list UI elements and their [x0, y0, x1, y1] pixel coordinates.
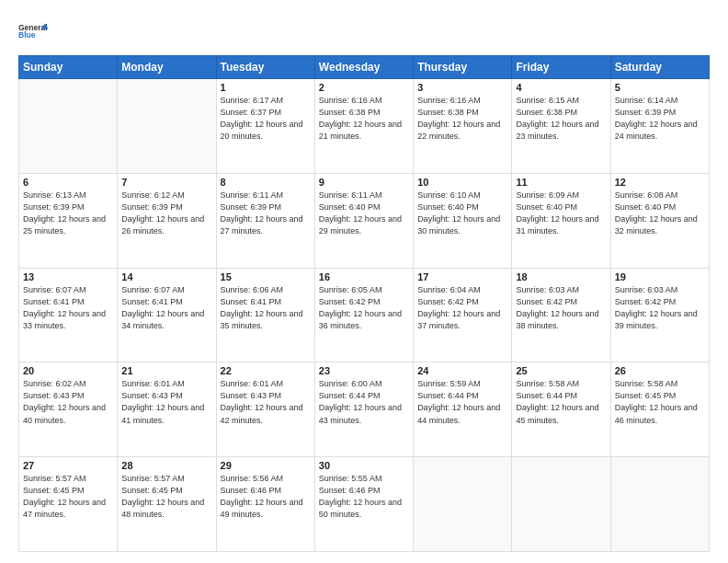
day-info: Sunrise: 6:01 AMSunset: 6:43 PMDaylight:…	[121, 378, 211, 426]
week-row-1: 1Sunrise: 6:17 AMSunset: 6:37 PMDaylight…	[19, 79, 710, 174]
day-info: Sunrise: 6:10 AMSunset: 6:40 PMDaylight:…	[417, 190, 507, 237]
day-info: Sunrise: 6:12 AMSunset: 6:39 PMDaylight:…	[121, 190, 211, 237]
day-info: Sunrise: 5:57 AMSunset: 6:45 PMDaylight:…	[23, 473, 113, 521]
calendar-cell: 11Sunrise: 6:09 AMSunset: 6:40 PMDayligh…	[512, 173, 610, 268]
calendar-cell: 16Sunrise: 6:05 AMSunset: 6:42 PMDayligh…	[314, 268, 413, 362]
day-number: 6	[23, 177, 113, 188]
day-info: Sunrise: 5:58 AMSunset: 6:45 PMDaylight:…	[615, 378, 705, 426]
day-info: Sunrise: 6:01 AMSunset: 6:43 PMDaylight:…	[221, 378, 311, 426]
calendar-cell: 27Sunrise: 5:57 AMSunset: 6:45 PMDayligh…	[19, 457, 118, 552]
calendar-cell: 6Sunrise: 6:13 AMSunset: 6:39 PMDaylight…	[19, 173, 118, 268]
col-header-thursday: Thursday	[414, 56, 512, 79]
calendar-cell: 4Sunrise: 6:15 AMSunset: 6:38 PMDaylight…	[512, 79, 610, 174]
calendar-cell: 23Sunrise: 6:00 AMSunset: 6:44 PMDayligh…	[314, 362, 413, 457]
day-number: 11	[516, 177, 606, 188]
week-row-2: 6Sunrise: 6:13 AMSunset: 6:39 PMDaylight…	[19, 173, 710, 268]
day-info: Sunrise: 5:55 AMSunset: 6:46 PMDaylight:…	[319, 473, 409, 521]
col-header-sunday: Sunday	[19, 56, 118, 79]
calendar-cell: 3Sunrise: 6:16 AMSunset: 6:38 PMDaylight…	[414, 79, 512, 174]
calendar-cell: 28Sunrise: 5:57 AMSunset: 6:45 PMDayligh…	[118, 457, 216, 552]
day-info: Sunrise: 6:06 AMSunset: 6:41 PMDaylight:…	[221, 284, 311, 332]
calendar-cell: 21Sunrise: 6:01 AMSunset: 6:43 PMDayligh…	[118, 362, 216, 457]
day-number: 16	[319, 271, 409, 282]
calendar-cell: 8Sunrise: 6:11 AMSunset: 6:39 PMDaylight…	[216, 173, 314, 268]
day-number: 9	[319, 177, 409, 188]
logo-svg: General Blue	[18, 17, 48, 46]
day-info: Sunrise: 6:13 AMSunset: 6:39 PMDaylight:…	[23, 190, 113, 237]
day-number: 20	[23, 365, 113, 376]
day-info: Sunrise: 6:16 AMSunset: 6:38 PMDaylight:…	[319, 95, 409, 143]
calendar-cell: 22Sunrise: 6:01 AMSunset: 6:43 PMDayligh…	[216, 362, 314, 457]
calendar-cell	[414, 457, 512, 552]
day-number: 29	[221, 460, 311, 471]
calendar-cell: 14Sunrise: 6:07 AMSunset: 6:41 PMDayligh…	[118, 268, 216, 362]
week-row-3: 13Sunrise: 6:07 AMSunset: 6:41 PMDayligh…	[19, 268, 710, 362]
day-number: 8	[221, 177, 311, 188]
calendar-cell: 25Sunrise: 5:58 AMSunset: 6:44 PMDayligh…	[512, 362, 610, 457]
calendar-cell: 18Sunrise: 6:03 AMSunset: 6:42 PMDayligh…	[512, 268, 610, 362]
calendar-cell: 15Sunrise: 6:06 AMSunset: 6:41 PMDayligh…	[216, 268, 314, 362]
calendar-cell: 12Sunrise: 6:08 AMSunset: 6:40 PMDayligh…	[610, 173, 709, 268]
day-info: Sunrise: 5:58 AMSunset: 6:44 PMDaylight:…	[516, 378, 606, 426]
day-info: Sunrise: 6:02 AMSunset: 6:43 PMDaylight:…	[23, 378, 113, 426]
day-info: Sunrise: 6:03 AMSunset: 6:42 PMDaylight:…	[615, 284, 705, 332]
calendar-cell: 5Sunrise: 6:14 AMSunset: 6:39 PMDaylight…	[610, 79, 709, 174]
day-info: Sunrise: 6:00 AMSunset: 6:44 PMDaylight:…	[319, 378, 409, 426]
day-info: Sunrise: 6:11 AMSunset: 6:39 PMDaylight:…	[221, 190, 311, 237]
day-number: 15	[221, 271, 311, 282]
col-header-tuesday: Tuesday	[216, 56, 314, 79]
day-info: Sunrise: 5:57 AMSunset: 6:45 PMDaylight:…	[121, 473, 211, 521]
header: General Blue	[18, 17, 710, 46]
day-info: Sunrise: 6:05 AMSunset: 6:42 PMDaylight:…	[319, 284, 409, 332]
calendar-cell: 24Sunrise: 5:59 AMSunset: 6:44 PMDayligh…	[414, 362, 512, 457]
col-header-saturday: Saturday	[610, 56, 709, 79]
day-info: Sunrise: 6:14 AMSunset: 6:39 PMDaylight:…	[615, 95, 705, 143]
day-number: 22	[221, 365, 311, 376]
calendar-cell: 29Sunrise: 5:56 AMSunset: 6:46 PMDayligh…	[216, 457, 314, 552]
day-info: Sunrise: 5:59 AMSunset: 6:44 PMDaylight:…	[417, 378, 507, 426]
calendar-cell: 9Sunrise: 6:11 AMSunset: 6:40 PMDaylight…	[314, 173, 413, 268]
day-number: 1	[221, 82, 311, 93]
calendar-cell: 30Sunrise: 5:55 AMSunset: 6:46 PMDayligh…	[314, 457, 413, 552]
day-number: 30	[319, 460, 409, 471]
col-header-friday: Friday	[512, 56, 610, 79]
logo: General Blue	[18, 17, 48, 46]
week-row-4: 20Sunrise: 6:02 AMSunset: 6:43 PMDayligh…	[19, 362, 710, 457]
day-info: Sunrise: 6:17 AMSunset: 6:37 PMDaylight:…	[221, 95, 311, 143]
calendar-cell: 13Sunrise: 6:07 AMSunset: 6:41 PMDayligh…	[19, 268, 118, 362]
day-info: Sunrise: 6:04 AMSunset: 6:42 PMDaylight:…	[417, 284, 507, 332]
day-number: 2	[319, 82, 409, 93]
calendar-cell	[610, 457, 709, 552]
calendar-cell: 26Sunrise: 5:58 AMSunset: 6:45 PMDayligh…	[610, 362, 709, 457]
svg-text:Blue: Blue	[18, 30, 36, 40]
day-number: 23	[319, 365, 409, 376]
calendar-cell: 19Sunrise: 6:03 AMSunset: 6:42 PMDayligh…	[610, 268, 709, 362]
day-info: Sunrise: 6:07 AMSunset: 6:41 PMDaylight:…	[23, 284, 113, 332]
day-number: 12	[615, 177, 705, 188]
day-number: 13	[23, 271, 113, 282]
day-number: 27	[23, 460, 113, 471]
day-info: Sunrise: 6:07 AMSunset: 6:41 PMDaylight:…	[121, 284, 211, 332]
day-info: Sunrise: 6:15 AMSunset: 6:38 PMDaylight:…	[516, 95, 606, 143]
day-number: 14	[121, 271, 211, 282]
day-info: Sunrise: 6:03 AMSunset: 6:42 PMDaylight:…	[516, 284, 606, 332]
calendar-cell: 20Sunrise: 6:02 AMSunset: 6:43 PMDayligh…	[19, 362, 118, 457]
calendar-cell	[118, 79, 216, 174]
day-number: 17	[417, 271, 507, 282]
day-number: 25	[516, 365, 606, 376]
page: General Blue SundayMondayTuesdayWednesda…	[0, 0, 728, 563]
calendar-cell: 17Sunrise: 6:04 AMSunset: 6:42 PMDayligh…	[414, 268, 512, 362]
day-info: Sunrise: 5:56 AMSunset: 6:46 PMDaylight:…	[221, 473, 311, 521]
calendar-cell: 1Sunrise: 6:17 AMSunset: 6:37 PMDaylight…	[216, 79, 314, 174]
day-info: Sunrise: 6:09 AMSunset: 6:40 PMDaylight:…	[516, 190, 606, 237]
day-number: 24	[417, 365, 507, 376]
week-row-5: 27Sunrise: 5:57 AMSunset: 6:45 PMDayligh…	[19, 457, 710, 552]
day-number: 7	[121, 177, 211, 188]
calendar-cell: 10Sunrise: 6:10 AMSunset: 6:40 PMDayligh…	[414, 173, 512, 268]
calendar-cell	[19, 79, 118, 174]
day-info: Sunrise: 6:16 AMSunset: 6:38 PMDaylight:…	[417, 95, 507, 143]
calendar-cell: 7Sunrise: 6:12 AMSunset: 6:39 PMDaylight…	[118, 173, 216, 268]
col-header-wednesday: Wednesday	[314, 56, 413, 79]
day-number: 26	[615, 365, 705, 376]
day-number: 18	[516, 271, 606, 282]
